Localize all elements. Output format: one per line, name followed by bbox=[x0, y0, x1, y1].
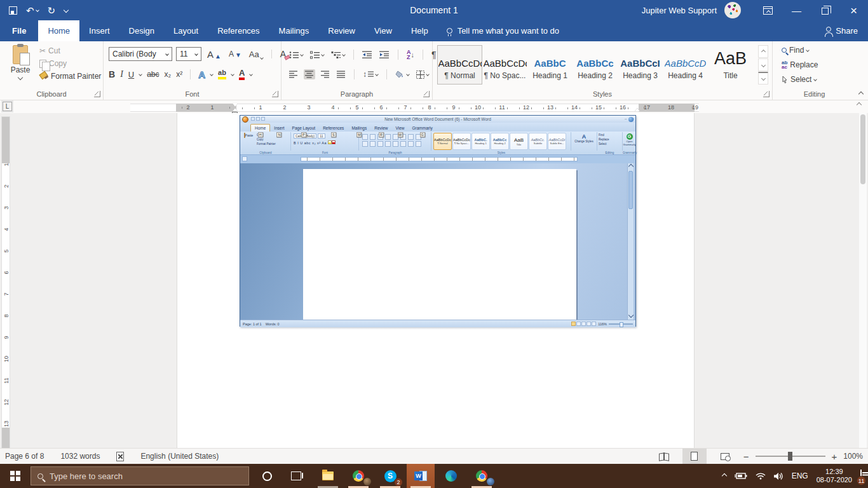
align-right-button[interactable] bbox=[320, 69, 331, 79]
redo-button[interactable]: ↻ bbox=[48, 6, 56, 15]
grow-font-button[interactable]: A▲ bbox=[205, 48, 223, 61]
font-dialog-launcher[interactable] bbox=[272, 91, 278, 97]
find-button[interactable]: Find bbox=[782, 46, 818, 55]
styles-scroll-down-button[interactable] bbox=[758, 58, 768, 71]
zoom-in-button[interactable]: + bbox=[832, 451, 837, 462]
cortana-button[interactable] bbox=[253, 464, 281, 488]
taskbar-chrome-1[interactable] bbox=[344, 464, 372, 488]
superscript-button[interactable]: x² bbox=[176, 70, 182, 79]
battery-icon[interactable] bbox=[735, 472, 747, 480]
account-name[interactable]: Jupiter Web Support bbox=[642, 6, 717, 15]
hanging-indent-marker[interactable] bbox=[233, 108, 238, 111]
zoom-level[interactable]: 100% bbox=[843, 452, 863, 461]
shading-button[interactable] bbox=[394, 69, 410, 80]
style-chip[interactable]: AaBbCc Heading 2 bbox=[573, 45, 618, 85]
numbering-button[interactable] bbox=[309, 50, 325, 60]
paste-button[interactable]: Paste bbox=[6, 45, 34, 92]
tab-selector[interactable]: L bbox=[3, 102, 12, 111]
start-button[interactable] bbox=[0, 464, 31, 488]
text-highlight-button[interactable]: ab bbox=[218, 69, 226, 79]
print-layout-button[interactable] bbox=[682, 449, 707, 464]
word-count[interactable]: 1032 words bbox=[60, 452, 100, 461]
embedded-word2007-screenshot-image[interactable]: New Microsoft Office Word Document (6) -… bbox=[240, 115, 636, 327]
tell-me-box[interactable]: Tell me what you want to do bbox=[447, 20, 559, 41]
vertical-ruler[interactable]: 12345678910111213 bbox=[1, 116, 10, 448]
style-chip[interactable]: AaB Title bbox=[708, 45, 753, 85]
decrease-indent-button[interactable] bbox=[361, 50, 374, 60]
language-button[interactable]: ENG bbox=[792, 471, 808, 480]
styles-more-button[interactable] bbox=[758, 72, 768, 85]
style-chip[interactable]: AaBbCcD Heading 4 bbox=[663, 45, 708, 85]
paragraph-dialog-launcher[interactable] bbox=[423, 91, 430, 97]
sort-button[interactable]: AZ↓ bbox=[405, 48, 416, 61]
font-name-select[interactable]: Calibri (Body bbox=[109, 47, 172, 61]
taskbar-word[interactable]: W bbox=[407, 464, 435, 488]
save-button[interactable] bbox=[9, 6, 17, 15]
ribbon-display-options-button[interactable] bbox=[754, 0, 782, 20]
minimize-button[interactable]: — bbox=[782, 0, 811, 20]
vertical-scrollbar[interactable] bbox=[859, 113, 867, 448]
ribbon-tab[interactable]: Help bbox=[402, 20, 438, 41]
format-painter-button[interactable]: Format Painter bbox=[39, 72, 101, 81]
horizontal-ruler[interactable]: 21 12345678910111213141516 171819 bbox=[130, 104, 699, 112]
undo-button[interactable]: ↶ bbox=[26, 6, 39, 15]
right-indent-marker[interactable] bbox=[635, 108, 640, 111]
text-effects-button[interactable]: A bbox=[198, 69, 205, 80]
italic-button[interactable]: I bbox=[120, 69, 123, 79]
restore-button[interactable] bbox=[811, 0, 839, 20]
ribbon-tab[interactable]: Layout bbox=[164, 20, 208, 41]
first-line-indent-marker[interactable] bbox=[233, 104, 238, 107]
ribbon-tab[interactable]: References bbox=[208, 20, 269, 41]
document-page[interactable]: New Microsoft Office Word Document (6) -… bbox=[177, 113, 695, 448]
copy-button[interactable]: Copy bbox=[39, 59, 101, 68]
proofing-errors-icon[interactable] bbox=[116, 452, 124, 461]
align-center-button[interactable] bbox=[304, 69, 315, 79]
taskbar-search[interactable] bbox=[31, 466, 249, 485]
document-canvas[interactable]: 12345678910111213 New Microsoft Office W… bbox=[0, 113, 868, 448]
styles-dialog-launcher[interactable] bbox=[763, 91, 770, 97]
zoom-slider[interactable] bbox=[756, 456, 825, 457]
justify-button[interactable] bbox=[336, 69, 347, 79]
ribbon-tab[interactable]: Review bbox=[318, 20, 365, 41]
page-indicator[interactable]: Page 6 of 8 bbox=[5, 452, 44, 461]
change-case-button[interactable]: Aa bbox=[247, 48, 265, 60]
font-color-button[interactable]: A bbox=[239, 69, 245, 80]
collapse-ribbon-button[interactable] bbox=[858, 92, 864, 97]
bold-button[interactable]: B bbox=[109, 69, 115, 79]
ribbon-tab[interactable]: Design bbox=[119, 20, 164, 41]
search-input[interactable] bbox=[50, 471, 215, 481]
increase-indent-button[interactable] bbox=[378, 50, 391, 60]
align-left-button[interactable] bbox=[288, 69, 299, 79]
style-chip[interactable]: AaBbCcI Heading 3 bbox=[618, 45, 663, 85]
taskbar-edge[interactable] bbox=[437, 464, 465, 488]
styles-scroll-up-button[interactable] bbox=[758, 45, 768, 58]
web-layout-button[interactable] bbox=[713, 449, 737, 464]
customize-quick-access-button[interactable] bbox=[64, 8, 68, 12]
select-button[interactable]: Select bbox=[782, 75, 818, 84]
underline-button[interactable]: U bbox=[128, 70, 134, 79]
scrollbar-thumb[interactable] bbox=[860, 114, 865, 184]
replace-button[interactable]: abacReplace bbox=[782, 60, 818, 69]
underline-dropdown-icon[interactable] bbox=[139, 72, 142, 76]
clock[interactable]: 12:39 08-07-2020 bbox=[817, 468, 852, 484]
taskbar-chrome-2[interactable] bbox=[468, 464, 496, 488]
style-chip[interactable]: AaBbCcDc ¶ No Spac... bbox=[482, 45, 527, 85]
font-size-select[interactable]: 11 bbox=[176, 47, 201, 61]
language-indicator[interactable]: English (United States) bbox=[140, 452, 219, 461]
ribbon-tab[interactable]: Home bbox=[38, 20, 79, 41]
tray-expand-icon[interactable] bbox=[721, 473, 726, 478]
ribbon-tab[interactable]: Mailings bbox=[269, 20, 319, 41]
ribbon-tab[interactable]: View bbox=[365, 20, 402, 41]
taskbar-skype[interactable]: S2 bbox=[376, 464, 404, 488]
task-view-button[interactable] bbox=[282, 464, 310, 488]
tab-file[interactable]: File bbox=[0, 20, 38, 41]
account-avatar[interactable] bbox=[724, 2, 741, 18]
subscript-button[interactable]: x₂ bbox=[165, 70, 172, 79]
close-button[interactable]: × bbox=[839, 0, 868, 20]
wifi-icon[interactable] bbox=[756, 472, 766, 480]
taskbar-file-explorer[interactable] bbox=[314, 464, 342, 488]
line-spacing-button[interactable]: ↕ bbox=[362, 69, 379, 80]
zoom-out-button[interactable]: − bbox=[743, 451, 749, 462]
strikethrough-button[interactable]: abc bbox=[147, 70, 159, 79]
clipboard-dialog-launcher[interactable] bbox=[94, 91, 100, 97]
